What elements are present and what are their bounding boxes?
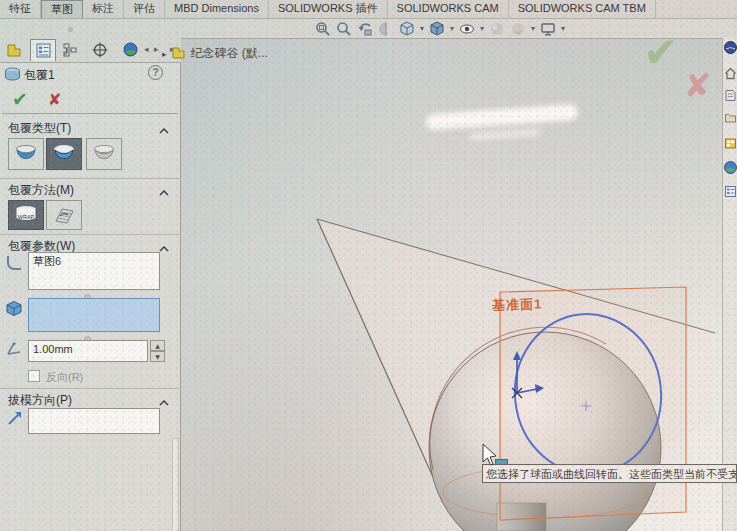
tab-evaluate[interactable]: 评估 [124, 0, 165, 18]
scribe-icon [92, 144, 116, 164]
wrap-feature-icon [4, 66, 21, 86]
wrap-method-label: 包覆方法(M) [8, 182, 74, 199]
wrap-type-group-header[interactable]: 包覆类型(T) [0, 120, 181, 136]
wrap-type-deboss-button[interactable] [46, 138, 82, 170]
pull-direction-selection-box[interactable] [28, 408, 160, 434]
propertymanager-panel: ◂ ▸ ▸ 包覆1 ? ✔ ✘ 包覆类型(T) [0, 38, 181, 531]
zoom-to-fit-icon[interactable] [315, 21, 331, 37]
display-style-icon[interactable] [429, 21, 445, 37]
task-pane-strip [722, 38, 737, 531]
tab-mbd-dimensions[interactable]: MBD Dimensions [165, 0, 269, 18]
confirmation-ok-icon[interactable]: ✔ [643, 28, 678, 77]
flyout-tree-item-label[interactable]: 纪念碑谷 (默... [191, 45, 268, 62]
wrap-method-analytical-button[interactable]: WRAP [8, 200, 44, 230]
folder-icon [724, 111, 737, 124]
tab-annotation[interactable]: 标注 [83, 0, 124, 18]
part-icon [172, 46, 186, 62]
zoom-to-area-icon[interactable] [336, 21, 352, 37]
file-explorer-tab[interactable] [723, 110, 737, 124]
property-list-icon [36, 43, 51, 58]
tab-features[interactable]: 特征 [0, 0, 41, 18]
flyout-feature-tree: ▸ 纪念碑谷 (默... [162, 45, 268, 62]
reverse-direction-checkbox[interactable] [28, 370, 40, 382]
wrap-type-emboss-button[interactable] [8, 138, 44, 170]
target-face-selection-box[interactable] [28, 298, 160, 332]
tab-sketch[interactable]: 草图 [41, 0, 83, 18]
custom-properties-tab[interactable] [723, 184, 737, 198]
group-divider [0, 178, 181, 179]
view-settings-dropdown[interactable]: ▾ [561, 21, 565, 37]
displaymanager-tab[interactable] [118, 39, 142, 60]
hide-show-items-dropdown[interactable]: ▾ [480, 21, 484, 37]
thickness-spinner: ▲ ▼ [150, 340, 165, 362]
manager-tab-scroll-right[interactable]: ▸ [154, 44, 159, 54]
dimxpert-target-icon [92, 42, 108, 58]
deboss-icon [52, 144, 76, 164]
solidworks-window: 特征 草图 标注 评估 MBD Dimensions SOLIDWORKS 插件… [0, 0, 737, 531]
dimxpertmanager-tab[interactable] [88, 39, 112, 60]
spin-down-button[interactable]: ▼ [150, 351, 165, 362]
thickness-input[interactable]: 1.00mm [28, 340, 148, 362]
confirm-row: ✔ ✘ [0, 88, 181, 112]
datum-plane-label[interactable]: 基准面1 [492, 295, 543, 315]
spin-up-button[interactable]: ▲ [150, 340, 165, 351]
tree-expand-arrow-icon[interactable]: ▸ [162, 49, 167, 59]
resources-globe-icon [724, 41, 737, 54]
home-tab[interactable] [723, 66, 737, 80]
propertymanager-tab[interactable] [30, 39, 56, 61]
ok-button[interactable]: ✔ [12, 88, 28, 110]
help-icon[interactable]: ? [148, 65, 163, 80]
tab-solidworks-cam[interactable]: SOLIDWORKS CAM [388, 0, 509, 18]
hide-show-items-icon[interactable] [459, 21, 475, 37]
commandmanager-tabs: 特征 草图 标注 评估 MBD Dimensions SOLIDWORKS 插件… [0, 0, 737, 19]
home-icon [724, 67, 737, 80]
source-sketch-icon [5, 254, 23, 276]
manager-tab-scroll-left[interactable]: ◂ [144, 44, 149, 54]
header-divider [2, 113, 178, 114]
pull-direction-label: 拔模方向(P) [8, 392, 72, 409]
collapse-chevron-icon [159, 185, 169, 199]
wrap-type-scribe-button[interactable] [86, 138, 122, 170]
view-palette-tab[interactable] [723, 136, 737, 150]
wrap-method-group-header[interactable]: 包覆方法(M) [0, 182, 181, 198]
display-globe-icon [123, 42, 138, 57]
apply-scene-dropdown[interactable]: ▾ [531, 21, 535, 37]
tab-solidworks-cam-tbm[interactable]: SOLIDWORKS CAM TBM [509, 0, 656, 18]
wrap-method-spline-button[interactable] [46, 200, 82, 230]
collapse-chevron-icon [159, 123, 169, 137]
section-view-icon[interactable] [378, 21, 394, 37]
pull-direction-group-header[interactable]: 拔模方向(P) [0, 392, 181, 408]
appearances-globe-icon [724, 161, 737, 174]
configurationmanager-tab[interactable] [58, 39, 82, 60]
wrap-type-label: 包覆类型(T) [8, 120, 71, 137]
heads-up-toolbar: ▾ ▾ ▾ ▾ ▾ [315, 20, 565, 38]
view-settings-icon[interactable] [540, 21, 556, 37]
datum-plane[interactable] [500, 287, 686, 520]
feature-title: 包覆1 [24, 67, 55, 84]
panel-scrollbar[interactable] [172, 438, 179, 531]
tab-solidworks-addins[interactable]: SOLIDWORKS 插件 [269, 0, 388, 18]
group-divider [0, 234, 181, 235]
wrap-cylinder-icon: WRAP [13, 204, 39, 226]
previous-view-icon[interactable] [357, 21, 373, 37]
apply-scene-icon[interactable] [510, 21, 526, 37]
part-icon [7, 43, 22, 57]
svg-text:WRAP: WRAP [18, 214, 35, 220]
confirmation-cancel-icon[interactable]: ✘ [684, 66, 712, 105]
configuration-tree-icon [63, 42, 78, 57]
display-style-dropdown[interactable]: ▾ [450, 21, 454, 37]
view-orientation-dropdown[interactable]: ▾ [420, 21, 424, 37]
source-sketch-listbox[interactable]: 草图6 [28, 252, 160, 290]
appearances-scenes-tab[interactable] [723, 160, 737, 174]
view-palette-icon [724, 137, 737, 150]
design-library-tab[interactable] [723, 88, 737, 102]
edit-appearance-icon[interactable] [489, 21, 505, 37]
custom-properties-icon [724, 185, 737, 198]
solidworks-resources-tab[interactable] [723, 40, 737, 54]
target-face-icon [5, 300, 23, 322]
featuremanager-tree-tab[interactable] [2, 39, 26, 60]
commandmanager-splitter-dot[interactable] [68, 27, 73, 32]
cancel-button[interactable]: ✘ [48, 90, 61, 109]
view-orientation-icon[interactable] [399, 21, 415, 37]
mouse-cursor [482, 443, 500, 467]
